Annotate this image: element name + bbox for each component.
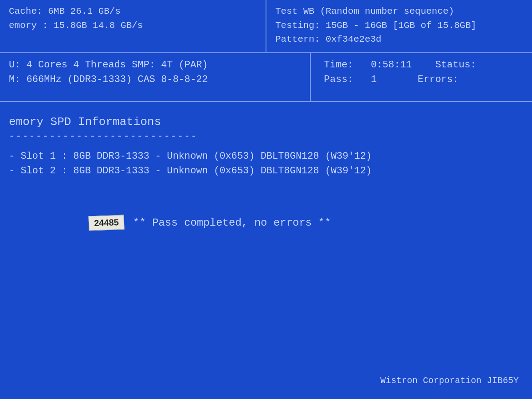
spd-title: emory SPD Informations <box>9 115 523 129</box>
top-right-panel: Test WB (Random number sequence) Testing… <box>266 0 532 52</box>
pattern-line: Pattern: 0xf34e2e3d <box>275 32 523 47</box>
test-header-line: Test WB (Random number sequence) <box>275 4 523 19</box>
errors-label: Errors: <box>418 74 458 85</box>
status-label: Status: <box>435 59 476 70</box>
spd-slot-2: - Slot 2 : 8GB DDR3-1333 - Unknown (0x65… <box>9 165 523 176</box>
pass-label: Pass: <box>324 74 353 85</box>
screen: Cache: 6MB 26.1 GB/s emory : 15.8GB 14.8… <box>0 0 532 399</box>
footer: Wistron Corporation JIB65Y <box>380 376 519 386</box>
spd-divider: ---------------------------- <box>9 131 523 142</box>
footer-text: Wistron Corporation JIB65Y <box>380 376 519 386</box>
cache-line: Cache: 6MB 26.1 GB/s <box>9 4 257 19</box>
mid-section: U: 4 Cores 4 Threads SMP: 4T (PAR) M: 66… <box>0 53 532 102</box>
time-line: Time: 0:58:11 Status: <box>324 58 519 72</box>
cpu-line: U: 4 Cores 4 Threads SMP: 4T (PAR) <box>9 58 301 72</box>
pass-completed-text: ** Pass completed, no errors ** <box>133 217 331 229</box>
sticker-label: 24485 <box>88 215 124 231</box>
top-left-panel: Cache: 6MB 26.1 GB/s emory : 15.8GB 14.8… <box>0 0 266 52</box>
mid-left-panel: U: 4 Cores 4 Threads SMP: 4T (PAR) M: 66… <box>0 53 311 101</box>
time-value: 0:58:11 <box>371 59 411 70</box>
spd-section: emory SPD Informations -----------------… <box>0 102 532 189</box>
memory-line: emory : 15.8GB 14.8 GB/s <box>9 19 257 33</box>
pass-section: 24485 ** Pass completed, no errors ** <box>0 215 532 230</box>
spd-slot-1: - Slot 1 : 8GB DDR3-1333 - Unknown (0x65… <box>9 151 523 162</box>
time-label: Time: <box>324 59 353 70</box>
ram-line: M: 666MHz (DDR3-1333) CAS 8-8-8-22 <box>9 72 301 87</box>
pass-value: 1 <box>371 74 376 85</box>
mid-right-panel: Time: 0:58:11 Status: Pass: 1 Errors: <box>311 53 532 101</box>
top-section: Cache: 6MB 26.1 GB/s emory : 15.8GB 14.8… <box>0 0 532 53</box>
testing-line: Testing: 15GB - 16GB [1GB of 15.8GB] <box>275 19 523 33</box>
pass-errors-line: Pass: 1 Errors: <box>324 72 519 87</box>
